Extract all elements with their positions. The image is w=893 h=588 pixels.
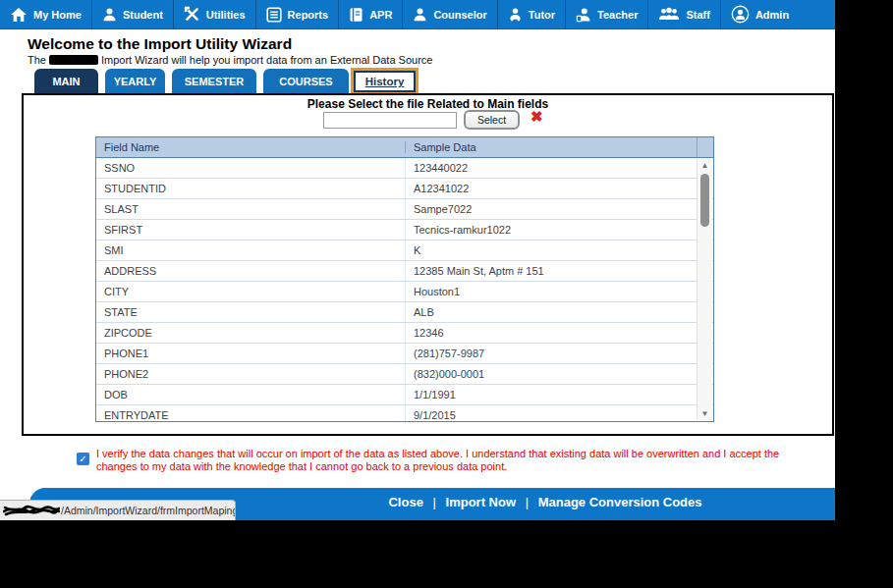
nav-item-student[interactable]: Student xyxy=(91,0,173,28)
clear-file-icon[interactable]: ✖ xyxy=(530,108,543,126)
field-name-cell: CITY xyxy=(96,286,405,297)
sample-data-cell: K xyxy=(405,241,713,260)
table-row[interactable]: ZIPCODE12346 xyxy=(96,323,713,344)
field-name-cell: STATE xyxy=(96,306,405,318)
page-subtitle: TheImport Wizard will help you import da… xyxy=(28,54,432,66)
scribbled-domain-redaction xyxy=(3,503,60,518)
sample-data-cell: 123440022 xyxy=(405,158,713,178)
field-name-cell: DOB xyxy=(96,389,405,401)
table-row[interactable]: SMIK xyxy=(96,241,713,261)
reports-icon xyxy=(266,7,282,23)
status-url-text: /Admin/ImportWizard/frmImportMaping.aspx… xyxy=(61,505,236,516)
table-row[interactable]: SFIRSTTecnics-ramkur1022 xyxy=(96,220,713,241)
action-separator: | xyxy=(526,495,529,509)
tab-semester[interactable]: SEMESTER xyxy=(172,69,256,93)
table-row[interactable]: CITYHouston1 xyxy=(96,282,713,302)
nav-item-label: Staff xyxy=(686,9,709,21)
table-row[interactable]: STUDENTIDA12341022 xyxy=(96,179,713,199)
field-name-cell: STUDENTID xyxy=(96,183,405,194)
import-now-button[interactable]: Import Now xyxy=(446,495,517,509)
wizard-content-panel: Please Select the file Related to Main f… xyxy=(22,93,834,436)
manage-conversion-codes-button[interactable]: Manage Conversion Codes xyxy=(538,495,702,509)
tab-main[interactable]: MAIN xyxy=(34,69,98,93)
tab-courses[interactable]: COURSES xyxy=(263,69,349,93)
letterbox-right xyxy=(835,0,893,588)
nav-item-label: Counselor xyxy=(433,9,486,21)
column-header-sample-data: Sample Data xyxy=(405,141,697,153)
table-row[interactable]: ENTRYDATE9/1/2015 xyxy=(96,405,713,422)
verification-row: ✓ I verify the data changes that will oc… xyxy=(77,448,804,473)
header-scrollbar-stub xyxy=(697,137,713,157)
table-row[interactable]: PHONE1(281)757-9987 xyxy=(96,344,713,364)
close-button[interactable]: Close xyxy=(388,495,422,509)
field-name-cell: ENTRYDATE xyxy=(96,409,405,421)
nav-item-admin[interactable]: Admin xyxy=(720,0,799,28)
nav-item-label: Admin xyxy=(755,9,789,21)
browser-status-bar: /Admin/ImportWizard/frmImportMaping.aspx… xyxy=(0,500,236,521)
sample-data-cell: 12385 Main St, Aptm # 151 xyxy=(405,261,713,281)
scroll-up-icon[interactable]: ▲ xyxy=(698,161,712,170)
nav-item-reports[interactable]: Reports xyxy=(255,0,339,28)
staff-icon xyxy=(658,7,680,22)
table-row[interactable]: ADDRESS12385 Main St, Aptm # 151 xyxy=(96,261,713,282)
page-title: Welcome to the Import Utility Wizard xyxy=(28,35,292,53)
field-name-cell: PHONE2 xyxy=(96,368,405,380)
sample-data-cell: A12341022 xyxy=(405,179,713,198)
sample-data-cell: 9/1/2015 xyxy=(405,405,713,422)
table-header-row: Field Name Sample Data xyxy=(96,137,713,158)
table-row[interactable]: PHONE2(832)000-0001 xyxy=(96,364,713,385)
subtitle-prefix: The xyxy=(28,54,46,66)
student-icon xyxy=(102,7,117,22)
letterbox-bottom xyxy=(0,520,893,588)
home-icon xyxy=(10,7,28,23)
nav-item-utilities[interactable]: Utilities xyxy=(173,0,255,28)
table-row[interactable]: SLASTSampe7022 xyxy=(96,199,713,220)
scroll-down-icon[interactable]: ▼ xyxy=(698,409,712,418)
action-separator: | xyxy=(433,495,436,509)
footer-actions: Close | Import Now | Manage Conversion C… xyxy=(255,495,835,509)
sample-data-cell: (832)000-0001 xyxy=(405,364,713,384)
field-name-cell: SFIRST xyxy=(96,224,405,236)
nav-item-staff[interactable]: Staff xyxy=(647,0,719,28)
table-row[interactable]: DOB1/1/1991 xyxy=(96,385,713,405)
tab-history-highlighted[interactable]: History xyxy=(351,68,419,95)
nav-item-apr[interactable]: APR xyxy=(338,0,402,28)
sample-data-cell: Tecnics-ramkur1022 xyxy=(405,220,713,240)
counselor-icon xyxy=(413,7,427,22)
screenshot-stage: My Home Student Utilities Reports xyxy=(0,0,893,588)
nav-item-teacher[interactable]: Teacher xyxy=(565,0,647,28)
table-row[interactable]: STATEALB xyxy=(96,302,713,323)
field-mapping-table: Field Name Sample Data SSNO123440022 STU… xyxy=(95,136,714,422)
scrollbar-thumb[interactable] xyxy=(700,174,709,227)
sample-data-cell: (281)757-9987 xyxy=(405,344,713,363)
nav-item-counselor[interactable]: Counselor xyxy=(402,0,496,28)
tab-yearly[interactable]: YEARLY xyxy=(105,69,165,93)
verify-checkbox[interactable]: ✓ xyxy=(77,453,89,465)
redaction-box xyxy=(49,55,98,65)
nav-item-my-home[interactable]: My Home xyxy=(0,0,91,28)
tools-icon xyxy=(184,6,200,23)
book-icon xyxy=(349,7,363,23)
table-scrollbar[interactable]: ▲ ▼ xyxy=(697,159,712,420)
top-navbar: My Home Student Utilities Reports xyxy=(0,0,835,29)
field-name-cell: ZIPCODE xyxy=(96,327,405,339)
nav-item-label: Teacher xyxy=(597,9,638,21)
verify-text: I verify the data changes that will occu… xyxy=(96,448,804,473)
wizard-tab-strip: MAIN YEARLY SEMESTER COURSES xyxy=(34,69,349,93)
sample-data-cell: ALB xyxy=(405,302,713,322)
column-header-field-name: Field Name xyxy=(96,141,405,153)
file-select-prompt: Please Select the file Related to Main f… xyxy=(24,97,832,111)
file-path-input[interactable] xyxy=(323,112,457,129)
nav-item-label: Utilities xyxy=(206,9,246,21)
nav-item-label: Student xyxy=(123,9,163,21)
table-row[interactable]: SSNO123440022 xyxy=(96,158,713,179)
select-file-button[interactable]: Select xyxy=(464,110,520,130)
nav-item-label: APR xyxy=(369,9,392,21)
nav-item-tutor[interactable]: Tutor xyxy=(497,0,565,28)
field-name-cell: SLAST xyxy=(96,203,405,215)
teacher-icon xyxy=(576,7,591,23)
admin-icon xyxy=(731,5,750,24)
sample-data-cell: Houston1 xyxy=(405,282,713,301)
sample-data-cell: 12346 xyxy=(405,323,713,343)
field-name-cell: SMI xyxy=(96,244,405,256)
